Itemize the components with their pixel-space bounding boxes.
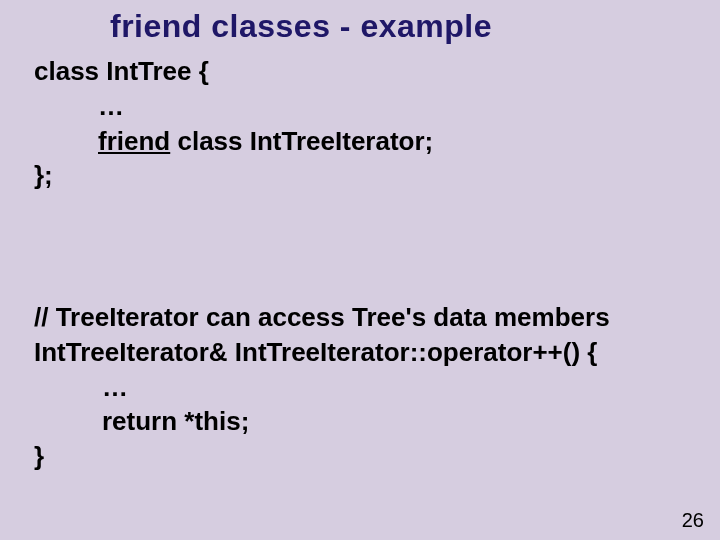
slide: friend classes - example class IntTree {… <box>0 0 720 540</box>
page-number: 26 <box>682 509 704 532</box>
slide-title: friend classes - example <box>110 8 492 45</box>
code-line: friend class IntTreeIterator; <box>34 124 674 159</box>
code-line: class IntTree { <box>34 54 674 89</box>
friend-keyword: friend <box>98 126 170 156</box>
code-text: class IntTreeIterator; <box>170 126 433 156</box>
code-line: IntTreeIterator& IntTreeIterator::operat… <box>34 335 674 370</box>
code-line: … <box>34 89 674 124</box>
code-comment: // TreeIterator can access Tree's data m… <box>34 300 674 335</box>
code-block-2: // TreeIterator can access Tree's data m… <box>34 300 674 474</box>
code-line: return *this; <box>34 404 674 439</box>
code-block-1: class IntTree { … friend class IntTreeIt… <box>34 54 674 193</box>
code-line: … <box>34 370 674 405</box>
code-line: }; <box>34 158 674 193</box>
code-line: } <box>34 439 674 474</box>
